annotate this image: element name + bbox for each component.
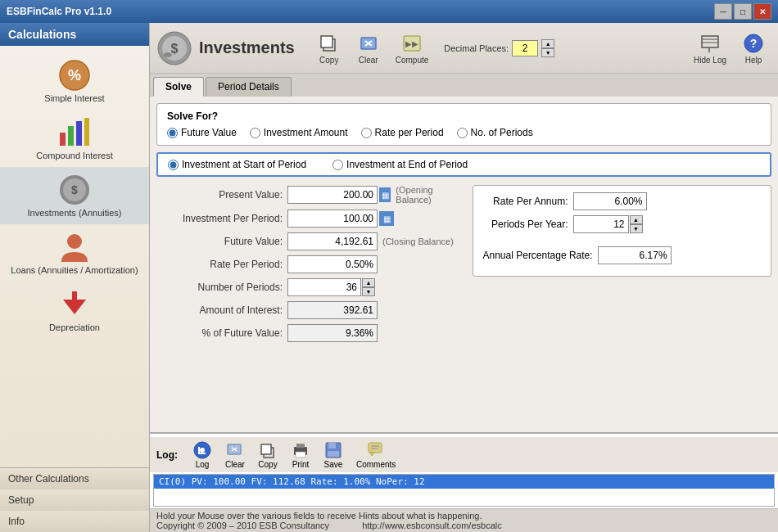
clear-button-label: Clear	[359, 56, 378, 65]
sidebar-item-other-calculations[interactable]: Other Calculations	[0, 468, 149, 489]
sidebar-item-simple-interest[interactable]: % Simple Interest	[0, 52, 149, 110]
status-bar: Hold your Mouse over the various fields …	[150, 508, 778, 532]
log-log-icon	[192, 440, 212, 460]
log-toolbar: Log: Log	[150, 437, 778, 472]
copy-button-label: Copy	[319, 56, 338, 65]
copy-icon	[318, 32, 341, 55]
right-panel: Rate Per Annum: Periods Per Year: ▲ ▼	[473, 185, 772, 277]
svg-text:▶▶: ▶▶	[405, 39, 418, 48]
amount-of-interest-row: Amount of Interest:	[156, 301, 456, 319]
rate-per-annum-row: Rate Per Annum:	[483, 192, 762, 210]
solve-for-title: Solve For?	[167, 110, 761, 122]
sidebar-item-info[interactable]: Info	[0, 511, 149, 532]
log-print-button[interactable]: Print	[286, 439, 315, 471]
radio-investment-amount[interactable]: Investment Amount	[250, 127, 348, 138]
svg-rect-3	[68, 126, 74, 146]
present-value-calc-button[interactable]: ▦	[379, 187, 391, 202]
status-copyright: Copyright © 2009 – 2010 ESB Consultancy	[156, 521, 329, 530]
sidebar-item-loans[interactable]: Loans (Annuities / Amortization)	[0, 224, 149, 282]
periods-per-year-row: Periods Per Year: ▲ ▼	[483, 215, 762, 233]
svg-rect-37	[296, 444, 305, 448]
number-of-periods-spinner: ▲ ▼	[287, 278, 375, 296]
form-grid: Present Value: ▦ (Opening Balance) Inves…	[156, 185, 771, 347]
periods-per-year-input[interactable]	[573, 215, 629, 233]
rate-per-annum-input[interactable]	[573, 192, 647, 210]
sidebar-item-compound-interest[interactable]: Compound Interest	[0, 110, 149, 167]
amount-of-interest-input[interactable]	[287, 301, 378, 319]
clear-button[interactable]: Clear	[351, 28, 387, 69]
copy-button[interactable]: Copy	[311, 28, 347, 69]
sidebar-item-depreciation[interactable]: Depreciation	[0, 282, 149, 339]
log-list[interactable]: CI(0) PV: 100.00 FV: 112.68 Rate: 1.00% …	[153, 474, 775, 507]
log-log-button[interactable]: Log	[188, 439, 217, 471]
help-button[interactable]: ? Help	[735, 28, 771, 69]
radio-no-of-periods[interactable]: No. of Periods	[457, 127, 533, 138]
radio-rate-per-period[interactable]: Rate per Period	[361, 127, 444, 138]
log-comments-button-label: Comments	[356, 460, 396, 469]
svg-rect-41	[328, 451, 339, 457]
ppy-down-button[interactable]: ▼	[630, 224, 643, 233]
log-save-button[interactable]: Save	[319, 439, 348, 471]
pct-future-value-label: % of Future Value:	[156, 327, 287, 339]
tab-period-details[interactable]: Period Details	[206, 77, 292, 97]
hide-log-button[interactable]: Hide Log	[688, 28, 732, 69]
log-clear-button-label: Clear	[225, 460, 245, 469]
number-of-periods-input[interactable]	[287, 278, 361, 296]
radio-end-of-period[interactable]: Investment at End of Period	[332, 159, 468, 170]
present-value-input[interactable]	[287, 186, 378, 204]
toolbar: $ Investments Copy	[150, 23, 778, 74]
decimal-places-input[interactable]	[512, 40, 538, 56]
rate-per-period-input[interactable]	[287, 255, 378, 273]
investment-per-period-calc-button[interactable]: ▦	[379, 211, 394, 226]
periods-up-button[interactable]: ▲	[362, 278, 375, 287]
tabs: Solve Period Details	[150, 74, 778, 97]
sidebar-item-investments-label: Investments (Annuities)	[28, 208, 122, 218]
present-value-label: Present Value:	[156, 189, 287, 201]
log-print-icon	[291, 440, 310, 460]
close-button[interactable]: ✕	[753, 3, 771, 20]
log-copy-button[interactable]: Copy	[253, 439, 283, 471]
log-area: Log: Log	[150, 432, 778, 508]
number-of-periods-row: Number of Periods: ▲ ▼	[156, 278, 456, 296]
log-label: Log:	[156, 449, 178, 461]
status-bar-line2: Copyright © 2009 – 2010 ESB Consultancy …	[156, 521, 771, 530]
periods-per-year-spinner: ▲ ▼	[573, 215, 643, 233]
status-hint: Hold your Mouse over the various fields …	[156, 511, 771, 521]
title-bar: ESBFinCalc Pro v1.1.0 ─ □ ✕	[0, 0, 778, 23]
future-value-input[interactable]	[287, 232, 378, 250]
amount-of-interest-label: Amount of Interest:	[156, 304, 287, 316]
radio-future-value[interactable]: Future Value	[167, 127, 237, 138]
maximize-button[interactable]: □	[734, 3, 752, 20]
svg-rect-17	[321, 36, 332, 47]
pct-future-value-input[interactable]	[287, 324, 378, 342]
solve-for-box: Solve For? Future Value Investment Amoun…	[156, 103, 771, 146]
ppy-up-button[interactable]: ▲	[630, 215, 643, 224]
rate-per-period-label: Rate Per Period:	[156, 259, 287, 270]
depreciation-icon	[58, 288, 91, 321]
sidebar-item-setup[interactable]: Setup	[0, 489, 149, 511]
log-comments-button[interactable]: Comments	[351, 439, 400, 471]
investment-per-period-input[interactable]	[287, 210, 378, 228]
decimal-down-button[interactable]: ▼	[541, 48, 554, 57]
toolbar-title: $ Investments	[156, 30, 295, 66]
periods-down-button[interactable]: ▼	[362, 287, 375, 296]
rate-per-annum-label: Rate Per Annum:	[483, 196, 573, 207]
minimize-button[interactable]: ─	[714, 3, 732, 20]
log-entry[interactable]: CI(0) PV: 100.00 FV: 112.68 Rate: 1.00% …	[154, 475, 774, 489]
log-clear-button[interactable]: Clear	[220, 439, 250, 471]
svg-rect-4	[76, 121, 82, 146]
compute-button[interactable]: ▶▶ Compute	[390, 28, 435, 69]
log-save-icon	[323, 440, 343, 460]
investments-toolbar-icon: $	[156, 30, 192, 66]
sidebar-item-investments[interactable]: $ Investments (Annuities)	[0, 167, 149, 224]
annual-percentage-rate-row: Annual Percentage Rate:	[483, 246, 762, 264]
radio-start-of-period[interactable]: Investment at Start of Period	[168, 159, 306, 170]
svg-point-30	[200, 448, 205, 453]
svg-text:$: $	[71, 183, 78, 196]
investment-per-period-row: Investment Per Period: ▦	[156, 210, 456, 228]
decimal-up-button[interactable]: ▲	[541, 39, 554, 48]
hide-log-icon	[699, 32, 721, 55]
annual-percentage-rate-input[interactable]	[598, 246, 672, 264]
solve-for-options: Future Value Investment Amount Rate per …	[167, 127, 761, 138]
tab-solve[interactable]: Solve	[153, 77, 204, 97]
